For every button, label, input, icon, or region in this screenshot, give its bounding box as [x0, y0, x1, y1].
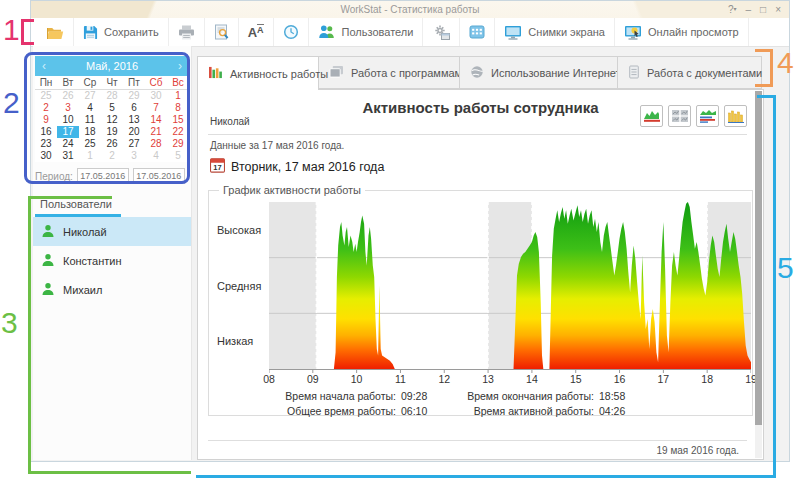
histogram-button[interactable] [724, 105, 747, 127]
x-axis-tick-label: 13 [477, 373, 499, 385]
stat-label: Общее время работы: [269, 405, 401, 417]
tab-label: Работа с документами [647, 67, 762, 79]
save-button[interactable]: Сохранить [74, 18, 169, 46]
online-view-button[interactable]: Онлайн просмотр [615, 18, 749, 46]
print-icon [178, 25, 195, 40]
help-caret-icon: ▾ [734, 6, 737, 12]
activity-chart: ВысокаяСредняяНизкая 0809101112131415161… [209, 196, 752, 415]
data-for-label: Данные за 17 мая 2016 года. [210, 140, 344, 151]
stat-value: 18:58 [599, 390, 647, 402]
date-badge-icon: 17 [210, 158, 225, 176]
x-axis-tick-label: 08 [258, 373, 280, 385]
divider [208, 440, 747, 441]
annotation-bracket-5-right [773, 95, 776, 478]
stat-label: Время начала работы: [269, 390, 401, 402]
x-axis-tick-label: 14 [521, 373, 543, 385]
divider [208, 134, 747, 135]
work-time-stats: Время начала работы: 09:28 Время окончан… [269, 390, 647, 417]
x-axis-tick-label: 18 [696, 373, 718, 385]
settings-gear-icon [432, 24, 450, 40]
stat-value: 09:28 [401, 390, 449, 402]
annotation-number-1: 1 [3, 15, 20, 45]
page: WorkStat - Статистика работы ?▾ – □ × Со… [0, 0, 800, 484]
font-size-button[interactable]: АА [239, 18, 274, 46]
scrollbar-thumb[interactable] [755, 91, 762, 425]
screen-icon [504, 25, 522, 40]
x-axis-tick-label: 12 [433, 373, 455, 385]
x-axis-tick-label: 16 [609, 373, 631, 385]
y-axis-label: Средняя [217, 280, 261, 292]
windows-icon [329, 65, 344, 80]
annotation-number-5: 5 [777, 253, 794, 283]
screenshots-button-label: Снимки экрана [528, 26, 605, 38]
calendar-button[interactable] [460, 18, 495, 46]
date-row: 17 Вторник, 17 мая 2016 года [210, 158, 384, 176]
chart-type-buttons [640, 105, 747, 127]
selected-user-label: Николай [210, 116, 250, 127]
scrollbar[interactable] [755, 91, 762, 458]
save-icon [83, 25, 98, 40]
tab-bar: Активность работы Работа с программами И… [197, 56, 762, 89]
open-folder-icon [46, 25, 64, 40]
tab-label: Активность работы [230, 68, 328, 80]
svg-text:17: 17 [213, 163, 221, 172]
annotation-bracket-3-bottom [28, 471, 191, 474]
annotation-number-4: 4 [777, 48, 794, 78]
titlebar: WorkStat - Статистика работы ?▾ – □ × [31, 1, 789, 18]
close-button[interactable]: × [775, 1, 781, 18]
help-button[interactable]: ?▾ [728, 1, 737, 18]
users-button-label: Пользователи [342, 26, 414, 38]
x-axis-tick-label: 17 [652, 373, 674, 385]
toolbar: Сохранить АА Пользователи [31, 18, 789, 47]
activity-area-chart-button[interactable] [640, 105, 663, 127]
mixed-chart-button[interactable] [696, 105, 719, 127]
save-button-label: Сохранить [104, 26, 159, 38]
annotation-number-3: 3 [1, 308, 18, 338]
users-button[interactable]: Пользователи [309, 18, 424, 46]
y-axis-label: Низкая [217, 335, 253, 347]
screenshots-button[interactable]: Снимки экрана [495, 18, 615, 46]
activity-area-chart [269, 202, 751, 374]
tab-activity[interactable]: Активность работы [197, 56, 319, 90]
multi-chart-button[interactable] [668, 105, 691, 127]
annotation-number-2: 2 [3, 88, 20, 118]
online-view-icon [624, 25, 642, 40]
date-line-label: Вторник, 17 мая 2016 года [231, 160, 384, 174]
x-axis-tick-label: 11 [389, 373, 411, 385]
tab-label: Работа с программами [351, 67, 468, 79]
users-icon [318, 25, 336, 39]
settings-button[interactable] [423, 18, 460, 46]
x-axis-tick-label: 15 [565, 373, 587, 385]
print-preview-icon [214, 24, 229, 40]
document-icon [628, 65, 640, 81]
annotation-bracket-3 [28, 196, 112, 472]
stat-value: 04:26 [599, 405, 647, 417]
open-button[interactable] [37, 18, 74, 46]
clock-icon [283, 24, 299, 40]
tab-label: Использование Интернета [491, 67, 627, 79]
window-controls: ?▾ – □ × [728, 1, 781, 18]
minimize-button[interactable]: – [746, 1, 752, 18]
tab-documents[interactable]: Работа с документами [617, 56, 762, 89]
globe-icon [470, 65, 484, 81]
online-view-button-label: Онлайн просмотр [648, 26, 739, 38]
print-preview-button[interactable] [205, 18, 239, 46]
bar-chart-icon [208, 66, 223, 81]
groupbox-title: График активности работы [219, 184, 365, 196]
time-button[interactable] [274, 18, 309, 46]
tab-programs[interactable]: Работа с программами [318, 56, 460, 89]
stat-value: 06:10 [401, 405, 449, 417]
stat-label: Время окончания работы: [449, 390, 599, 402]
annotation-bracket-5-bottom [196, 475, 776, 478]
font-size-icon: АА [248, 25, 264, 40]
maximize-button[interactable]: □ [760, 1, 766, 18]
x-axis-tick-label: 10 [346, 373, 368, 385]
y-axis-label: Высокая [217, 224, 261, 236]
annotation-bracket-4 [755, 49, 773, 87]
calendar-grid-icon [469, 25, 485, 39]
tab-internet[interactable]: Использование Интернета [459, 56, 618, 89]
annotation-box-2 [24, 52, 190, 184]
report-date-label: 19 мая 2016 года. [657, 445, 740, 456]
window-title: WorkStat - Статистика работы [340, 4, 479, 15]
print-button[interactable] [169, 18, 205, 46]
